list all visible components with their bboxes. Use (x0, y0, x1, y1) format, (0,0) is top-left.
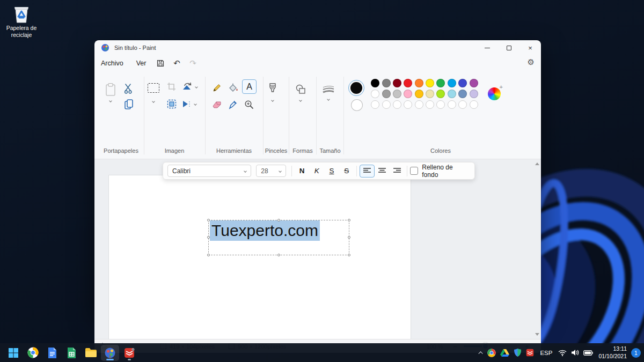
titlebar[interactable]: Sin título - Paint × (94, 40, 541, 55)
file-explorer-taskbar-icon[interactable] (82, 345, 100, 361)
palette-color-swatch[interactable] (404, 79, 412, 87)
align-right-button[interactable] (390, 165, 405, 178)
color1-selector[interactable] (348, 80, 364, 96)
flip-button[interactable] (182, 100, 196, 108)
paste-button[interactable] (105, 83, 116, 102)
color2-selector[interactable] (351, 99, 363, 111)
volume-icon[interactable] (569, 345, 581, 361)
palette-empty-slot[interactable] (371, 100, 379, 109)
palette-color-swatch[interactable] (393, 90, 401, 98)
resize-button[interactable] (167, 99, 177, 111)
palette-empty-slot[interactable] (404, 100, 412, 109)
color-picker-tool[interactable] (229, 100, 238, 112)
resize-handle-sw[interactable] (207, 254, 210, 256)
settings-gear-icon[interactable]: ⚙ (528, 57, 535, 67)
palette-empty-slot[interactable] (426, 100, 434, 109)
palette-color-swatch[interactable] (415, 90, 423, 98)
palette-color-swatch[interactable] (458, 90, 467, 98)
palette-color-swatch[interactable] (426, 90, 434, 98)
text-object-selection[interactable]: Tuexperto.com (208, 220, 349, 255)
vertical-scrollbar[interactable] (533, 160, 540, 338)
menu-archivo[interactable]: Archivo (94, 57, 130, 69)
language-indicator[interactable]: ESP (536, 350, 556, 356)
battery-icon[interactable] (581, 345, 595, 361)
taskbar-clock[interactable]: 13:11 01/10/2021 (595, 345, 630, 359)
crop-button[interactable] (167, 82, 177, 94)
palette-color-swatch[interactable] (426, 79, 434, 87)
palette-empty-slot[interactable] (458, 100, 467, 109)
bold-button[interactable]: N (295, 165, 310, 178)
palette-empty-slot[interactable] (448, 100, 456, 109)
menu-ver[interactable]: Ver (130, 57, 153, 69)
tray-windows-security-icon[interactable] (511, 345, 524, 361)
undo-button[interactable]: ↶ (169, 57, 185, 69)
palette-color-swatch[interactable] (382, 90, 391, 98)
notification-count-badge[interactable]: 1 (631, 348, 641, 358)
pinned-red-app-taskbar-icon[interactable] (120, 345, 138, 361)
palette-color-swatch[interactable] (448, 79, 456, 87)
rotate-button[interactable] (182, 82, 197, 92)
palette-color-swatch[interactable] (393, 79, 401, 87)
chrome-taskbar-icon[interactable] (24, 345, 42, 361)
resize-handle-nw[interactable] (207, 219, 210, 221)
brushes-button[interactable] (268, 83, 277, 101)
google-sheets-taskbar-icon[interactable] (62, 345, 80, 361)
recycle-bin-shortcut[interactable]: Papelera de reciclaje (4, 4, 39, 39)
palette-color-swatch[interactable] (404, 90, 412, 98)
resize-handle-s[interactable] (277, 254, 280, 256)
palette-color-swatch[interactable] (470, 90, 478, 98)
shapes-button[interactable] (295, 84, 306, 101)
scroll-up-arrow[interactable] (535, 162, 539, 165)
edit-colors-button[interactable] (488, 87, 501, 100)
text-tool-selected[interactable]: A (242, 79, 257, 94)
scroll-down-arrow[interactable] (535, 333, 539, 336)
wifi-icon[interactable] (556, 345, 569, 361)
resize-handle-w[interactable] (207, 236, 210, 239)
canvas-text[interactable]: Tuexperto.com (210, 220, 320, 241)
pencil-tool[interactable] (212, 83, 222, 95)
magnifier-tool[interactable] (244, 100, 254, 112)
fill-tool[interactable] (228, 83, 239, 95)
palette-color-swatch[interactable] (382, 79, 391, 87)
strikethrough-button[interactable]: S (339, 165, 354, 178)
palette-empty-slot[interactable] (470, 100, 478, 109)
palette-empty-slot[interactable] (436, 100, 445, 109)
paint-canvas[interactable]: Tuexperto.com (109, 175, 411, 339)
eraser-tool[interactable] (212, 100, 222, 111)
minimize-button[interactable] (477, 40, 498, 55)
underline-button[interactable]: S (324, 165, 339, 178)
google-docs-taskbar-icon[interactable] (43, 345, 61, 361)
palette-empty-slot[interactable] (393, 100, 401, 109)
palette-color-swatch[interactable] (458, 79, 467, 87)
palette-color-swatch[interactable] (371, 79, 379, 87)
font-family-select[interactable]: Calibri (167, 165, 251, 177)
paint-taskbar-icon-active[interactable] (101, 345, 119, 361)
background-fill-checkbox[interactable] (410, 167, 418, 175)
size-button[interactable] (322, 85, 335, 100)
italic-button[interactable]: K (310, 165, 325, 178)
cut-button[interactable] (123, 83, 134, 96)
align-left-button-selected[interactable] (360, 165, 375, 178)
resize-handle-se[interactable] (348, 254, 350, 256)
palette-empty-slot[interactable] (415, 100, 423, 109)
resize-handle-e[interactable] (348, 236, 350, 239)
close-button[interactable]: × (519, 40, 541, 55)
save-button[interactable] (152, 57, 169, 69)
palette-color-swatch[interactable] (470, 79, 478, 87)
select-button[interactable] (148, 83, 159, 102)
tray-chrome-icon[interactable] (485, 345, 498, 361)
palette-color-swatch[interactable] (448, 90, 456, 98)
palette-color-swatch[interactable] (436, 90, 445, 98)
resize-handle-ne[interactable] (348, 219, 350, 221)
palette-empty-slot[interactable] (382, 100, 391, 109)
font-size-select[interactable]: 28 (256, 165, 286, 177)
copy-button[interactable] (125, 99, 134, 112)
tray-chevron-up-icon[interactable] (478, 345, 485, 361)
redo-button[interactable]: ↷ (185, 57, 201, 69)
align-center-button[interactable] (375, 165, 390, 178)
palette-color-swatch[interactable] (436, 79, 445, 87)
palette-color-swatch[interactable] (415, 79, 423, 87)
start-button[interactable] (4, 345, 23, 361)
tray-red-app-icon[interactable] (524, 345, 536, 361)
resize-handle-n[interactable] (277, 219, 280, 221)
